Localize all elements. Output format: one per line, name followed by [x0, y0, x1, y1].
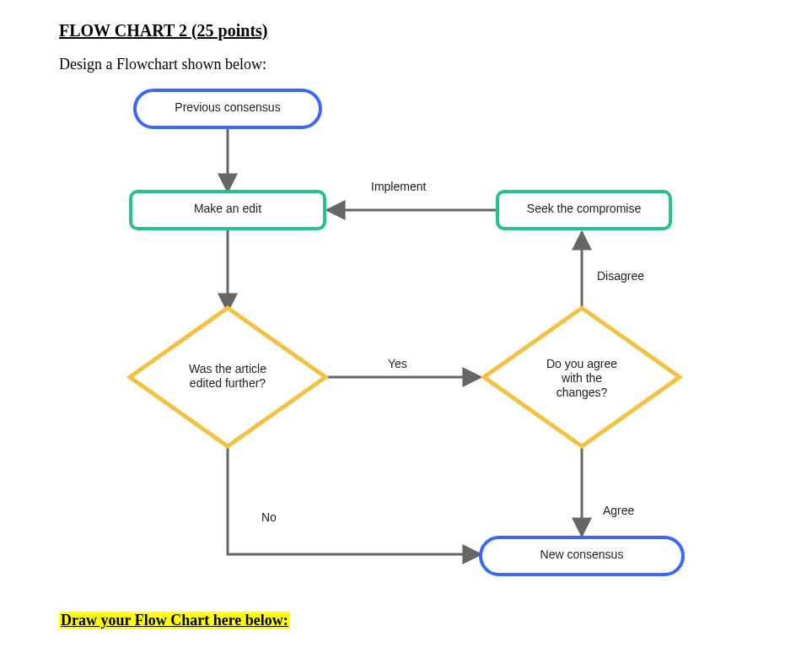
node-seek-compromise [497, 192, 670, 229]
flowchart-diagram: Previous consensus Make an edit Seek the… [59, 82, 750, 588]
bottom-instruction: Draw your Flow Chart here below: [59, 612, 290, 629]
node-previous-consensus [135, 90, 320, 127]
document-page: FLOW CHART 2 (25 points) Design a Flowch… [0, 0, 812, 653]
node-new-consensus [481, 537, 683, 575]
edge-wasedited-to-newcons [228, 445, 481, 554]
subheading: Design a Flowchart shown below: [59, 56, 753, 73]
node-make-an-edit [131, 192, 325, 229]
heading: FLOW CHART 2 (25 points) [59, 21, 753, 40]
node-was-edited-decision [130, 308, 325, 446]
flowchart-svg [59, 82, 750, 588]
node-agree-decision [484, 308, 680, 446]
